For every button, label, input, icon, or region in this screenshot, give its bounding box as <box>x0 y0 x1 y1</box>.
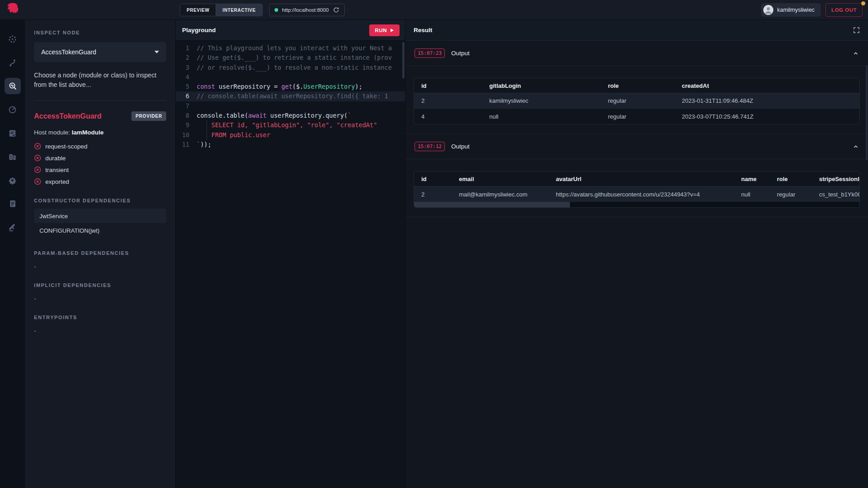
output-table: idemailavatarUrlnamerolestripeSessionId2… <box>414 171 860 208</box>
output-label: Output <box>451 50 470 57</box>
provider-badge: PROVIDER <box>131 111 166 121</box>
tab-interactive[interactable]: INTERACTIVE <box>216 4 262 16</box>
dependency-item[interactable]: JwtService <box>34 209 166 223</box>
table-row: 2kamilmysliwiecregular2023-01-31T11:09:4… <box>414 93 859 109</box>
section-heading: CONSTRUCTOR DEPENDENCIES <box>34 198 166 203</box>
line-number: 4 <box>176 72 197 82</box>
node-flag: request-scoped <box>34 143 166 150</box>
line-number: 11 <box>176 140 197 149</box>
chevron-down-icon <box>154 51 159 53</box>
column-header: id <box>414 78 482 93</box>
scrollbar-thumb[interactable] <box>414 202 570 207</box>
result-scrollbar[interactable] <box>866 65 868 160</box>
modules-graph-icon[interactable] <box>5 31 21 47</box>
section-heading: IMPLICIT DEPENDENCIES <box>34 282 166 288</box>
result-title: Result <box>414 27 432 33</box>
timestamp-badge: 15:07:23 <box>415 48 445 58</box>
docs-icon[interactable] <box>5 196 21 212</box>
audit-checklist-icon[interactable] <box>5 125 21 141</box>
organization-icon[interactable] <box>5 148 21 165</box>
nestjs-logo <box>4 2 20 18</box>
code-line[interactable]: 9 SELECT id, "gitlabLogin", "role", "cre… <box>176 120 405 130</box>
refresh-icon[interactable] <box>333 7 339 13</box>
column-header: gitlabLogin <box>482 78 601 93</box>
horizontal-scrollbar[interactable] <box>414 202 859 207</box>
code-line[interactable]: 7 <box>176 101 405 111</box>
table-cell: regular <box>601 109 675 124</box>
code-editor[interactable]: 1// This playground lets you interact wi… <box>176 41 405 488</box>
play-icon <box>391 29 394 32</box>
code-line[interactable]: 8console.table(await userRepository.quer… <box>176 111 405 120</box>
result-panel: Result 15:07:23OutputidgitlabLoginrolecr… <box>405 20 868 488</box>
column-header: id <box>414 172 452 187</box>
table-cell: cs_test_b1Yk0C <box>812 187 859 202</box>
user-name: kamilmysliwiec <box>777 7 815 13</box>
mode-tabs: PREVIEW INTERACTIVE <box>180 4 263 16</box>
expand-icon[interactable] <box>853 27 860 33</box>
dependency-section: CONSTRUCTOR DEPENDENCIESJwtServiceCONFIG… <box>34 198 166 238</box>
code-line[interactable]: 1// This playground lets you interact wi… <box>176 43 405 53</box>
line-number: 1 <box>176 43 197 53</box>
table-cell: 4 <box>414 109 482 124</box>
inspect-node-heading: INSPECT NODE <box>34 30 166 35</box>
table-cell: regular <box>770 187 812 202</box>
output-header[interactable]: 15:07:23Output <box>405 41 868 66</box>
table-cell: 2023-03-07T10:25:46.741Z <box>675 109 859 124</box>
table-cell: regular <box>601 93 675 109</box>
run-button[interactable]: RUN <box>369 24 400 36</box>
dependency-item[interactable]: CONFIGURATION(jwt) <box>34 223 166 238</box>
output-header[interactable]: 15:07:12Output <box>405 134 868 159</box>
logout-button[interactable]: LOG OUT <box>825 3 863 17</box>
routes-icon[interactable] <box>5 54 21 71</box>
user-chip[interactable]: kamilmysliwiec <box>761 3 821 17</box>
inspect-icon[interactable] <box>5 78 21 94</box>
performance-gauge-icon[interactable] <box>5 101 21 118</box>
section-heading: PARAM-BASED DEPENDENCIES <box>34 250 166 256</box>
line-number: 10 <box>176 130 197 140</box>
settings-gear-icon[interactable] <box>5 172 21 188</box>
chevron-up-icon[interactable] <box>853 50 859 57</box>
table-cell: kamilmysliwiec <box>482 93 601 109</box>
line-number: 5 <box>176 82 197 91</box>
empty-value: - <box>34 295 166 302</box>
code-line[interactable]: 10 FROM public.user <box>176 130 405 140</box>
node-flag: exported <box>34 178 166 185</box>
dependency-section: IMPLICIT DEPENDENCIES- <box>34 282 166 302</box>
column-header: email <box>452 172 549 187</box>
url-box[interactable]: http://localhost:8000 <box>269 4 345 16</box>
notification-dot <box>861 1 865 5</box>
code-line[interactable]: 3// or resolve($.___) to resolve a non-s… <box>176 63 405 72</box>
circle-x-icon <box>34 166 41 173</box>
column-header: createdAt <box>675 78 859 93</box>
node-select-dropdown[interactable]: AccessTokenGuard <box>34 42 166 62</box>
avatar <box>763 5 773 15</box>
output-block: 15:07:23OutputidgitlabLoginrolecreatedAt… <box>405 41 868 134</box>
code-line[interactable]: 5const userRepository = get($.UserReposi… <box>176 82 405 91</box>
node-flags: request-scopeddurabletransientexported <box>34 143 166 185</box>
code-line[interactable]: 2// Use get($.___) to retrieve a static … <box>176 53 405 62</box>
tab-preview[interactable]: PREVIEW <box>180 4 216 16</box>
table-cell: 2 <box>414 187 452 202</box>
table-header-row: idgitlabLoginrolecreatedAt <box>414 78 859 93</box>
table-cell: 2 <box>414 93 482 109</box>
icon-rail <box>0 20 25 488</box>
legal-gavel-icon[interactable] <box>5 219 21 235</box>
column-header: stripeSessionId <box>812 172 859 187</box>
circle-x-icon <box>34 178 41 185</box>
code-line[interactable]: 11`)); <box>176 140 405 149</box>
column-header: avatarUrl <box>549 172 734 187</box>
table-cell: mail@kamilmysliwiec.com <box>452 187 549 202</box>
playground-title: Playground <box>182 27 216 33</box>
chevron-up-icon[interactable] <box>853 144 859 150</box>
node-select-value: AccessTokenGuard <box>41 48 96 56</box>
inspect-hint: Choose a node (module or class) to inspe… <box>34 71 166 90</box>
divider <box>34 100 166 100</box>
dependency-section: PARAM-BASED DEPENDENCIES- <box>34 250 166 270</box>
timestamp-badge: 15:07:12 <box>415 142 445 151</box>
table-row: 2mail@kamilmysliwiec.comhttps://avatars.… <box>414 187 859 202</box>
code-line[interactable]: 6// console.table(await userRepository.f… <box>176 91 405 101</box>
table-cell: null <box>734 187 770 202</box>
node-flag: durable <box>34 154 166 162</box>
empty-value: - <box>34 263 166 270</box>
code-line[interactable]: 4 <box>176 72 405 82</box>
